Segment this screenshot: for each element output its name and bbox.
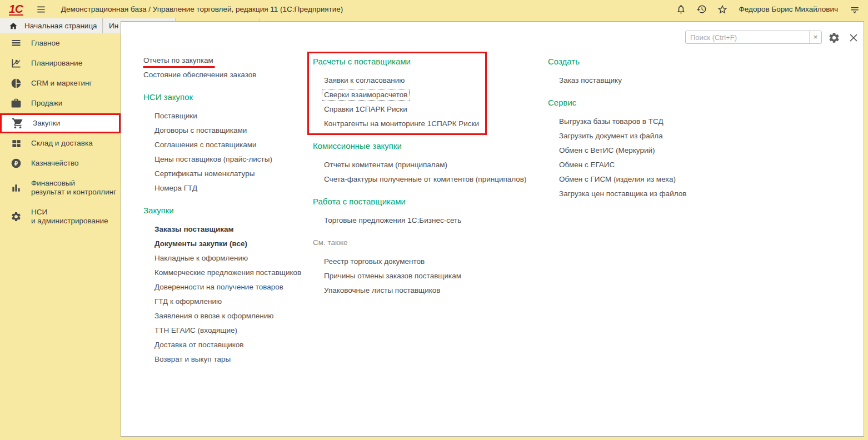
- menu-link-label: Причины отмены заказов поставщикам: [324, 271, 461, 281]
- menu-link[interactable]: Заказ поставщику: [548, 73, 731, 87]
- menu-link[interactable]: Коммерческие предложения поставщиков: [143, 265, 310, 279]
- menu-link[interactable]: Упаковочные листы поставщиков: [313, 283, 552, 297]
- group-header-rabota: Работа с поставщиками: [313, 193, 552, 213]
- menu-link-label: Поставщики: [154, 111, 197, 121]
- menu-lines-icon: [10, 37, 22, 49]
- menu-link-label: Обмен с ГИСМ (изделия из меха): [559, 174, 676, 184]
- menu-link-label: Счета-фактуры полученные от комитентов (…: [324, 174, 526, 184]
- sidebar-item-nsi[interactable]: НСИи администрирование: [0, 202, 121, 231]
- menu-link[interactable]: Контрагенты на мониторинге 1СПАРК Риски: [313, 116, 552, 131]
- home-icon: [9, 22, 18, 31]
- menu-link[interactable]: Обмен с ГИСМ (изделия из меха): [548, 172, 731, 186]
- menu-link-label: Документы закупки (все): [154, 239, 247, 248]
- menu-link[interactable]: Заявки к согласованию: [313, 73, 552, 87]
- menu-link[interactable]: Загрузка цен поставщика из файлов: [548, 186, 731, 201]
- menu-link[interactable]: Выгрузка базы товаров в ТСД: [548, 114, 731, 128]
- group-sozdat: СоздатьЗаказ поставщику: [548, 53, 731, 87]
- group-rabota: Работа с поставщикамиТорговые предложени…: [313, 193, 552, 227]
- search-input[interactable]: [685, 31, 822, 44]
- sidebar-item-crm[interactable]: CRM и маркетинг: [0, 73, 121, 93]
- history-icon[interactable]: [696, 4, 707, 14]
- menu-link[interactable]: Причины отмены заказов поставщикам: [313, 268, 552, 283]
- menu-link-label: Выгрузка базы товаров в ТСД: [559, 117, 664, 126]
- menu-link[interactable]: Цены поставщиков (прайс-листы): [143, 152, 310, 166]
- menu-link[interactable]: Заявления о ввозе к оформлению: [143, 308, 310, 323]
- menu-link-label: Справки 1СПАРК Риски: [324, 104, 407, 114]
- menu-link[interactable]: Сертификаты номенклатуры: [143, 166, 310, 181]
- group-header-komissionnye: Комиссионные закупки: [313, 137, 552, 157]
- group-header-sozdat: Создать: [548, 53, 731, 73]
- briefcase-icon: [10, 97, 22, 109]
- close-icon[interactable]: [847, 31, 860, 44]
- favorites-star-icon[interactable]: [717, 4, 728, 15]
- search-clear-icon[interactable]: ×: [809, 31, 821, 43]
- group-komissionnye: Комиссионные закупкиОтчеты комитентам (п…: [313, 137, 552, 186]
- links-column-3: СоздатьЗаказ поставщикуСервисВыгрузка ба…: [548, 53, 731, 207]
- settings-gear-icon[interactable]: [828, 32, 840, 44]
- menu-link[interactable]: Отчеты по закупкам: [143, 53, 310, 67]
- menu-link[interactable]: ТТН ЕГАИС (входящие): [143, 323, 310, 337]
- menu-link[interactable]: Соглашения с поставщиками: [143, 137, 310, 152]
- tab-home-page[interactable]: Начальная страница: [0, 18, 103, 33]
- bar-chart-icon: [10, 182, 22, 194]
- menu-link[interactable]: Доставка от поставщиков: [143, 337, 310, 352]
- menu-link[interactable]: Сверки взаиморасчетов: [313, 87, 552, 102]
- user-menu-icon[interactable]: [849, 4, 860, 15]
- links-column-1: Отчеты по закупкамСостояние обеспечения …: [143, 53, 310, 373]
- sidebar-item-label: Казначейство: [31, 157, 81, 170]
- group-zakupki: ЗакупкиЗаказы поставщикамДокументы закуп…: [143, 202, 310, 366]
- menu-link-label: Цены поставщиков (прайс-листы): [154, 154, 272, 164]
- cart-icon: [12, 117, 24, 129]
- menu-link[interactable]: Номера ГТД: [143, 181, 310, 195]
- menu-link-label: Заявления о ввозе к оформлению: [154, 311, 273, 321]
- menu-link[interactable]: Договоры с поставщиками: [143, 123, 310, 137]
- menu-link[interactable]: Возврат и выкуп тары: [143, 352, 310, 366]
- menu-link[interactable]: Торговые предложения 1С:Бизнес-сеть: [313, 213, 552, 227]
- menu-link[interactable]: Состояние обеспечения заказов: [143, 67, 310, 82]
- planning-chart-icon: [10, 57, 22, 69]
- sidebar-item-label: НСИи администрирование: [31, 206, 111, 228]
- menu-link-label: Договоры с поставщиками: [154, 126, 247, 135]
- menu-link[interactable]: Заказы поставщикам: [143, 222, 310, 236]
- sidebar-item-sklad[interactable]: Склад и доставка: [0, 133, 121, 153]
- group-servis: СервисВыгрузка базы товаров в ТСДЗагрузи…: [548, 94, 731, 201]
- group-header-servis: Сервис: [548, 94, 731, 114]
- menu-link-label: Возврат и выкуп тары: [154, 354, 231, 364]
- sidebar-item-planirovanie[interactable]: Планирование: [0, 53, 121, 73]
- menu-link[interactable]: Загрузить документ из файла: [548, 128, 731, 143]
- menu-link-label: Обмен с ВетИС (Меркурий): [559, 146, 655, 155]
- menu-link-label: Упаковочные листы поставщиков: [324, 286, 441, 295]
- menu-link[interactable]: ГТД к оформлению: [143, 294, 310, 308]
- bell-icon[interactable]: [676, 4, 686, 14]
- menu-link-label: Сверки взаиморасчетов: [322, 89, 409, 100]
- menu-link[interactable]: Накладные к оформлению: [143, 251, 310, 265]
- warehouse-grid-icon: [10, 137, 22, 149]
- menu-link[interactable]: Обмен с ВетИС (Меркурий): [548, 143, 731, 157]
- sidebar-item-prodazhi[interactable]: Продажи: [0, 93, 121, 113]
- menu-link[interactable]: Доверенности на получение товаров: [143, 279, 310, 294]
- menu-link-label: Доверенности на получение товаров: [154, 282, 283, 292]
- sidebar-item-finrezultat[interactable]: Финансовыйрезультат и контроллинг: [0, 173, 121, 202]
- section-command-panel: × Отчеты по закупкамСостояние обеспечени…: [121, 21, 864, 437]
- sidebar-item-zakupki[interactable]: Закупки: [0, 113, 121, 133]
- menu-link[interactable]: Отчеты комитентам (принципалам): [313, 157, 552, 172]
- pie-chart-icon: [10, 77, 22, 89]
- 1c-logo-icon: 1С: [9, 3, 23, 16]
- menu-link-label: Состояние обеспечения заказов: [143, 70, 256, 79]
- sidebar-item-glavnoe[interactable]: Главное: [0, 33, 121, 53]
- sidebar-item-kaznacheystvo[interactable]: ₽Казначейство: [0, 153, 121, 173]
- menu-link[interactable]: Справки 1СПАРК Риски: [313, 102, 552, 116]
- menu-link-label: Отчеты по закупкам: [143, 56, 213, 65]
- hamburger-menu-icon[interactable]: [36, 4, 47, 15]
- menu-link[interactable]: Счета-фактуры полученные от комитентов (…: [313, 172, 552, 186]
- menu-link[interactable]: Реестр торговых документов: [313, 254, 552, 268]
- menu-link-label: Отчеты комитентам (принципалам): [324, 160, 447, 169]
- menu-link[interactable]: Обмен с ЕГАИС: [548, 157, 731, 172]
- menu-link-label: Торговые предложения 1С:Бизнес-сеть: [324, 216, 461, 225]
- menu-link[interactable]: Поставщики: [143, 108, 310, 123]
- sections-sidebar: ГлавноеПланированиеCRM и маркетингПродаж…: [0, 33, 121, 440]
- menu-link[interactable]: Документы закупки (все): [143, 236, 310, 251]
- sidebar-item-label: Главное: [31, 37, 62, 50]
- tab-label: Ин: [109, 22, 118, 30]
- current-user-name[interactable]: Федоров Борис Михайлович: [738, 5, 839, 13]
